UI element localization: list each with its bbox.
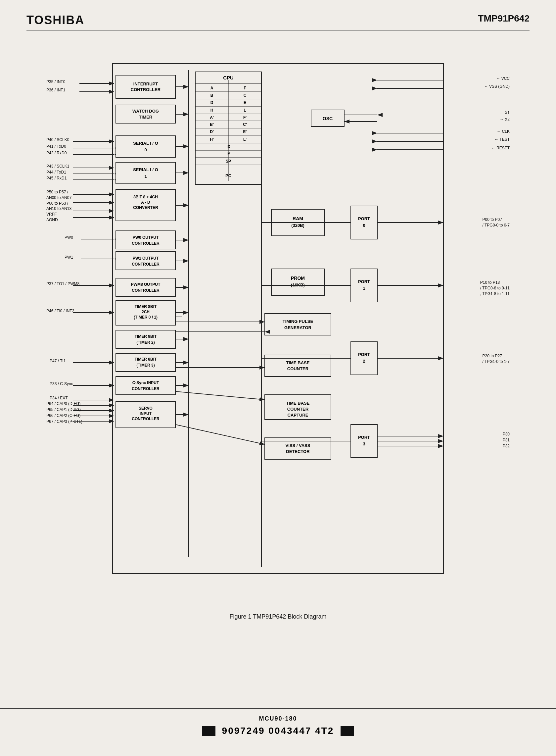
signal-p35-int0: P35 / INT0 [46,79,65,84]
svg-text:D': D' [210,129,214,134]
svg-text:INTERRUPT: INTERRUPT [133,81,158,87]
svg-text:CAPTURE: CAPTURE [288,413,308,418]
svg-rect-6 [116,75,175,98]
svg-text:0: 0 [363,223,365,228]
svg-text:E: E [244,100,246,105]
svg-text:CONTROLLER: CONTROLLER [132,288,160,293]
brand-name: TOSHIBA [27,13,84,27]
svg-text:TIMER 8BIT: TIMER 8BIT [135,304,157,309]
footer-model: MCU90-180 [0,715,556,722]
svg-text:TIME BASE: TIME BASE [286,401,310,406]
signal-pw0: PW0 [65,235,73,240]
svg-text:8BIT 8 + 4CH: 8BIT 8 + 4CH [133,195,158,199]
svg-rect-131 [271,269,324,295]
signal-p36-int1: P36 / INT1 [46,88,65,92]
footer-barcode-row: 9097249 0043447 4T2 [0,726,556,736]
svg-text:(TIMER 0 / 1): (TIMER 0 / 1) [134,315,158,320]
signal-p41-txd0: P41 / TxD0 [46,144,66,149]
svg-text:CONTROLLER: CONTROLLER [131,87,161,92]
signal-clk: ← CLK [497,129,510,134]
signal-p40-sclk0: P40 / SCLK0 [46,137,69,142]
svg-text:PORT: PORT [358,435,370,440]
svg-text:A': A' [210,115,214,120]
svg-text:DETECTOR: DETECTOR [286,449,310,454]
svg-rect-32 [116,189,175,221]
signal-p43-sclk1: P43 / SCLK1 [46,164,69,169]
svg-rect-48 [116,278,175,296]
svg-text:COUNTER: COUNTER [287,407,309,412]
svg-rect-63 [116,353,175,371]
svg-text:SERVO: SERVO [139,406,152,410]
signal-pw1: PW1 [65,255,73,260]
svg-rect-72 [116,401,175,428]
svg-text:SP: SP [226,159,231,164]
svg-text:A: A [210,86,213,90]
svg-text:CONTROLLER: CONTROLLER [132,387,160,391]
signal-vcc: ← VCC [496,76,510,81]
svg-text:CONTROLLER: CONTROLLER [132,262,160,267]
svg-text:TIME BASE: TIME BASE [286,360,310,365]
signal-x1: ← X1 [500,110,510,115]
svg-rect-144 [265,438,331,459]
svg-text:SERIAL  I / O: SERIAL I / O [133,141,158,146]
svg-text:PORT: PORT [358,216,370,221]
footer: MCU90-180 9097249 0043447 4T2 [0,708,556,736]
svg-rect-17 [116,136,175,157]
svg-text:PORT: PORT [358,352,370,357]
svg-line-175 [175,425,265,445]
svg-text:(TIMER 2): (TIMER 2) [136,340,154,345]
svg-rect-43 [116,252,175,270]
signal-port2-right: P20 to P27/ TPG1-0 to 1-7 [483,353,510,365]
signal-ext: P34 / EXT [50,396,68,400]
svg-rect-119 [311,110,344,127]
signal-p45-rxd1: P45 / RxD1 [46,176,67,180]
svg-rect-59 [116,330,175,348]
svg-text:PW0 OUTPUT: PW0 OUTPUT [133,235,159,240]
svg-text:B: B [210,93,213,98]
svg-text:GENERATOR: GENERATOR [284,325,311,330]
signal-p47-ti1: P47 / TI1 [50,359,66,363]
svg-rect-134 [265,314,331,335]
signal-p46-ti0: P46 / TI0 / INT2 [46,308,74,313]
svg-text:TIMER 8BIT: TIMER 8BIT [135,357,157,362]
svg-rect-153 [351,342,377,375]
svg-line-174 [175,391,265,400]
barcode-right-block [341,726,354,736]
svg-text:(16KB): (16KB) [291,283,305,288]
signal-port3-right: P30P31P32 [503,431,510,449]
svg-text:PWM8 OUTPUT: PWM8 OUTPUT [131,282,161,287]
svg-rect-150 [351,269,377,302]
svg-text:CPU: CPU [223,75,234,80]
svg-text:3: 3 [363,441,365,447]
svg-rect-68 [116,376,175,395]
svg-rect-156 [351,425,377,458]
svg-text:(320B): (320B) [291,223,305,228]
signal-csync: P33 / C-Sync [50,382,73,386]
barcode-text: 9097249 0043447 4T2 [222,726,334,736]
diagram-area: INTERRUPT CONTROLLER WATCH DOG TIMER SER… [46,44,510,607]
signal-x2: → X2 [500,117,510,122]
svg-text:WATCH DOG: WATCH DOG [132,109,159,113]
svg-rect-140 [265,395,331,420]
svg-text:L: L [244,108,246,112]
svg-text:VISS / VASS: VISS / VASS [286,443,310,448]
svg-text:INPUT: INPUT [140,411,152,416]
svg-text:OSC: OSC [323,116,333,121]
svg-text:SERIAL  I / O: SERIAL I / O [133,167,158,172]
svg-rect-128 [271,209,324,236]
signal-vss: ← VSS (GND) [484,84,510,89]
header: TOSHIBA TMP91P642 [27,13,529,30]
signal-p42-rxd0: P42 / RxD0 [46,151,67,155]
svg-text:(TIMER 3): (TIMER 3) [136,363,154,368]
signal-reset: ← RESET [491,146,510,150]
svg-text:IX: IX [227,144,230,149]
svg-text:IY: IY [227,152,230,156]
svg-text:C-Sync INPUT: C-Sync INPUT [132,381,159,385]
svg-text:F: F [244,86,246,90]
signal-adc-group: P50 to P57 /AN00 to AN07P60 to P63 /AN10… [46,189,71,223]
svg-text:C: C [244,93,247,98]
signal-port1-right: P10 to P13/ TPG0-8 to 0-11, TPG1-8 to 1-… [480,280,510,296]
svg-text:CONVERTER: CONVERTER [133,205,158,210]
svg-text:PW1 OUTPUT: PW1 OUTPUT [133,256,159,261]
svg-text:L': L' [243,137,247,142]
